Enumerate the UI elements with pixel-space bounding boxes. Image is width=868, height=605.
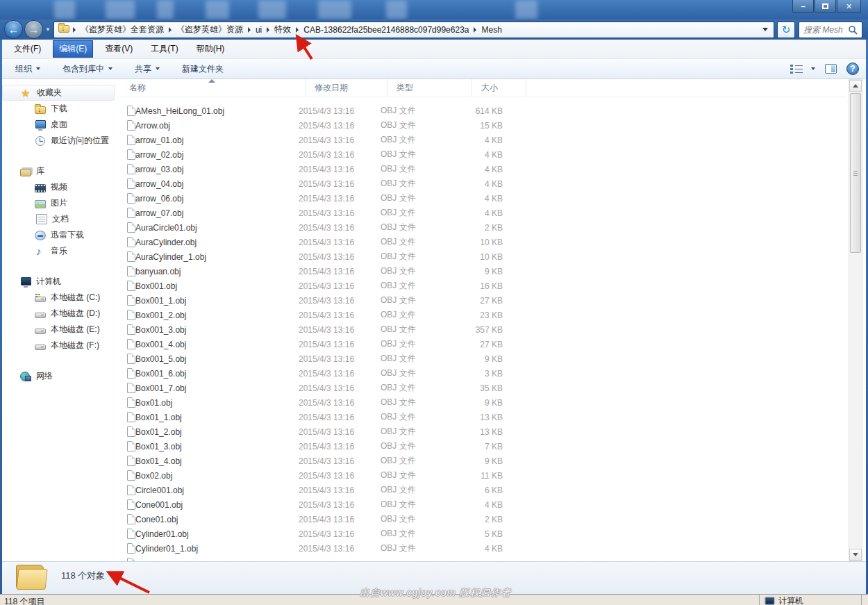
- scrollbar-thumb[interactable]: [850, 93, 861, 253]
- nav-history-dropdown-icon[interactable]: ▼: [45, 26, 51, 33]
- file-icon-cell: [120, 295, 135, 306]
- column-header-size[interactable]: 大小: [472, 79, 526, 97]
- table-row[interactable]: AMesh_HeiLong_01.obj 2015/4/3 13:16 OBJ …: [120, 103, 846, 118]
- menu-item[interactable]: 帮助(H): [190, 40, 231, 58]
- toolbar-button[interactable]: 共享: [128, 60, 166, 78]
- breadcrumb-separator-icon[interactable]: [267, 27, 269, 33]
- breadcrumb-item-5[interactable]: Mesh: [478, 24, 504, 36]
- sidebar-item-音乐[interactable]: 音乐: [2, 243, 119, 259]
- menu-item[interactable]: 文件(F): [8, 40, 47, 58]
- breadcrumb-item-4[interactable]: CAB-138622fa25bee2146888c097d99e623a: [301, 24, 471, 36]
- table-row[interactable]: AuraCircle01.obj 2015/4/3 13:16 OBJ 文件 2…: [120, 220, 846, 235]
- table-row[interactable]: arrow_06.obj 2015/4/3 13:16 OBJ 文件 4 KB: [120, 191, 846, 206]
- table-row[interactable]: Box001_3.obj 2015/4/3 13:16 OBJ 文件 357 K…: [120, 322, 846, 337]
- breadcrumb-separator-icon[interactable]: [73, 27, 76, 33]
- table-row[interactable]: banyuan.obj 2015/4/3 13:16 OBJ 文件 9 KB: [120, 264, 846, 279]
- vertical-scrollbar[interactable]: [849, 79, 862, 561]
- table-row[interactable]: arrow_07.obj 2015/4/3 13:16 OBJ 文件 4 KB: [120, 206, 846, 220]
- table-row[interactable]: Box001_6.obj 2015/4/3 13:16 OBJ 文件 3 KB: [120, 366, 846, 381]
- sidebar-section: 收藏夹下载桌面最近访问的位置: [2, 85, 119, 149]
- scroll-down-button[interactable]: [849, 549, 862, 561]
- column-header-name[interactable]: 名称: [120, 79, 306, 97]
- obj-file-icon: [127, 120, 135, 131]
- column-header-date[interactable]: 修改日期: [306, 79, 387, 97]
- sidebar-item-迅雷下载[interactable]: 迅雷下载: [2, 227, 119, 243]
- table-row[interactable]: Box01_3.obj 2015/4/3 13:16 OBJ 文件 7 KB: [120, 439, 846, 454]
- sidebar-item-最近访问的位置[interactable]: 最近访问的位置: [2, 133, 119, 149]
- sidebar-item-库[interactable]: 库: [2, 163, 119, 179]
- table-row[interactable]: Box02.obj 2015/4/3 13:16 OBJ 文件 11 KB: [120, 468, 846, 483]
- search-icon[interactable]: [848, 25, 858, 35]
- toolbar-button[interactable]: 新建文件夹: [176, 60, 230, 78]
- table-row[interactable]: Cone001.obj 2015/4/3 13:16 OBJ 文件 4 KB: [120, 497, 846, 512]
- maximize-button[interactable]: [815, 0, 836, 13]
- search-input[interactable]: [803, 25, 848, 35]
- search-box[interactable]: [799, 22, 862, 38]
- file-size: 2 KB: [465, 515, 511, 524]
- obj-file-icon: [127, 251, 135, 262]
- sidebar-item-本地磁盘 (C:)[interactable]: 本地磁盘 (C:): [2, 290, 119, 306]
- breadcrumb-item-2[interactable]: ui: [253, 24, 265, 36]
- breadcrumb-item-0[interactable]: 《盗梦英雄》全套资源: [78, 22, 167, 37]
- table-row[interactable]: Circle001.obj 2015/4/3 13:16 OBJ 文件 6 KB: [120, 483, 846, 497]
- sidebar-item-收藏夹[interactable]: 收藏夹: [2, 85, 115, 101]
- menu-item[interactable]: 查看(V): [99, 40, 139, 58]
- address-field[interactable]: 《盗梦英雄》全套资源《盗梦英雄》资源ui特效CAB-138622fa25bee2…: [53, 22, 774, 38]
- breadcrumb-item-1[interactable]: 《盗梦英雄》资源: [174, 22, 246, 37]
- table-row[interactable]: Arrow.obj 2015/4/3 13:16 OBJ 文件 15 KB: [120, 118, 846, 133]
- table-row[interactable]: Box001_4.obj 2015/4/3 13:16 OBJ 文件 27 KB: [120, 337, 846, 351]
- table-row[interactable]: Box001_5.obj 2015/4/3 13:16 OBJ 文件 9 KB: [120, 351, 846, 366]
- help-button[interactable]: ?: [846, 63, 859, 75]
- table-row[interactable]: Cylinder01_1.obj 2015/4/3 13:16 OBJ 文件 4…: [120, 541, 846, 556]
- back-button[interactable]: ←: [4, 20, 23, 39]
- sidebar-item-本地磁盘 (D:)[interactable]: 本地磁盘 (D:): [2, 306, 119, 322]
- table-row[interactable]: Box001_7.obj 2015/4/3 13:16 OBJ 文件 35 KB: [120, 381, 846, 395]
- breadcrumb-separator-icon[interactable]: [296, 27, 299, 33]
- scroll-up-button[interactable]: [849, 80, 862, 92]
- sidebar-item-本地磁盘 (F:)[interactable]: 本地磁盘 (F:): [2, 338, 119, 354]
- breadcrumb-item-3[interactable]: 特效: [272, 22, 294, 37]
- sidebar-item-下载[interactable]: 下载: [2, 101, 119, 117]
- breadcrumb-separator-icon[interactable]: [169, 27, 172, 33]
- sidebar-item-网络[interactable]: 网络: [2, 368, 119, 384]
- sidebar-item-桌面[interactable]: 桌面: [2, 117, 119, 133]
- breadcrumb-separator-icon[interactable]: [248, 27, 251, 33]
- column-header-type[interactable]: 类型: [387, 79, 472, 97]
- disk-icon: [35, 329, 46, 334]
- change-view-button[interactable]: [790, 64, 815, 74]
- toolbar-button[interactable]: 组织: [9, 60, 47, 78]
- forward-button[interactable]: →: [24, 20, 43, 39]
- sidebar-item-本地磁盘 (E:)[interactable]: 本地磁盘 (E:): [2, 322, 119, 338]
- table-row[interactable]: arrow_01.obj 2015/4/3 13:16 OBJ 文件 4 KB: [120, 133, 846, 147]
- table-row[interactable]: Box01_1.obj 2015/4/3 13:16 OBJ 文件 13 KB: [120, 410, 846, 424]
- table-row[interactable]: Box01_4.obj 2015/4/3 13:16 OBJ 文件 9 KB: [120, 454, 846, 468]
- table-row[interactable]: arrow_03.obj 2015/4/3 13:16 OBJ 文件 4 KB: [120, 162, 846, 176]
- table-row[interactable]: arrow_04.obj 2015/4/3 13:16 OBJ 文件 4 KB: [120, 176, 846, 191]
- preview-pane-button[interactable]: [825, 64, 837, 74]
- breadcrumb-separator-icon[interactable]: [474, 27, 476, 33]
- table-row[interactable]: arrow_02.obj 2015/4/3 13:16 OBJ 文件 4 KB: [120, 147, 846, 162]
- table-row[interactable]: Cone01.obj 2015/4/3 13:16 OBJ 文件 2 KB: [120, 512, 846, 527]
- sidebar-item-计算机[interactable]: 计算机: [2, 274, 119, 290]
- minimize-button[interactable]: –: [792, 0, 814, 13]
- menu-item[interactable]: 工具(T): [144, 40, 184, 58]
- address-dropdown-icon[interactable]: [762, 28, 768, 31]
- toolbar-button[interactable]: 包含到库中: [56, 60, 119, 78]
- table-row-partial[interactable]: [120, 556, 846, 561]
- table-row[interactable]: Box001_2.obj 2015/4/3 13:16 OBJ 文件 23 KB: [120, 308, 846, 322]
- table-row[interactable]: Box001_1.obj 2015/4/3 13:16 OBJ 文件 27 KB: [120, 293, 846, 308]
- table-row[interactable]: AuraCylinder_1.obj 2015/4/3 13:16 OBJ 文件…: [120, 249, 846, 264]
- table-row[interactable]: Box001.obj 2015/4/3 13:16 OBJ 文件 16 KB: [120, 279, 846, 293]
- menu-item[interactable]: 编辑(E): [53, 40, 93, 58]
- table-row[interactable]: Box01_2.obj 2015/4/3 13:16 OBJ 文件 13 KB: [120, 424, 846, 439]
- sidebar-item-图片[interactable]: 图片: [2, 195, 119, 211]
- table-row[interactable]: Cylinder01.obj 2015/4/3 13:16 OBJ 文件 5 K…: [120, 527, 846, 541]
- table-row[interactable]: Box01.obj 2015/4/3 13:16 OBJ 文件 9 KB: [120, 395, 846, 410]
- sidebar-item-文档[interactable]: 文档: [2, 211, 119, 227]
- table-row[interactable]: AuraCylinder.obj 2015/4/3 13:16 OBJ 文件 1…: [120, 235, 846, 249]
- close-button[interactable]: ✕: [837, 0, 861, 13]
- explorer-main: 收藏夹下载桌面最近访问的位置库视频图片文档迅雷下载音乐计算机本地磁盘 (C:)本…: [2, 79, 866, 561]
- file-date: 2015/4/3 13:16: [299, 238, 381, 247]
- refresh-button[interactable]: ↻: [777, 22, 795, 38]
- sidebar-item-视频[interactable]: 视频: [2, 179, 119, 195]
